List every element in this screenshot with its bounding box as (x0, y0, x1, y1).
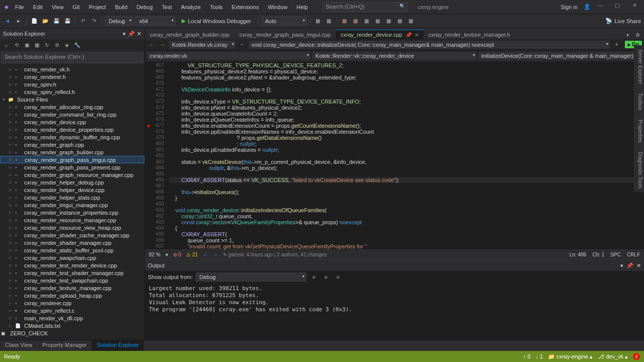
tabs-menu-icon[interactable]: ▾ (623, 30, 632, 39)
tree-item[interactable]: ▷▪cxray_render_test_shader_manager.cpp (0, 269, 144, 277)
wrench-icon[interactable]: 🔧 (72, 41, 82, 50)
menu-analyze[interactable]: Analyze (177, 2, 205, 12)
collapse-icon[interactable]: ▣ (22, 41, 31, 50)
nav-project-combo[interactable]: Kotek.Render.vk.cxray (169, 41, 235, 49)
output-text[interactable]: Largest number used: 398211 bytes. Total… (145, 283, 644, 340)
tree-item[interactable]: ▷▪cxray_spirv_reflect.h (0, 88, 144, 96)
tree-item[interactable]: ▷▪cxray_render_device.cpp (0, 118, 144, 126)
solution-search-input[interactable]: Search Solution Explorer (Ctrl+;) (1, 52, 143, 63)
menu-window[interactable]: Window (264, 2, 291, 12)
menu-edit[interactable]: Edit (29, 2, 47, 12)
bottom-tab[interactable]: Property Manager (37, 340, 92, 351)
rail-tab[interactable]: Properties (634, 116, 644, 147)
menu-git[interactable]: Git (68, 2, 84, 12)
refresh-icon[interactable]: ↻ (42, 41, 51, 50)
tree-item[interactable]: ▷▪cxray_render_device_properties.cpp (0, 126, 144, 133)
tree-item[interactable]: ▷▪cxray_render_imgui_manager.cpp (0, 201, 144, 209)
sync-icon[interactable]: ⟲ (12, 41, 21, 50)
auto-dropdown[interactable]: Auto (262, 17, 307, 26)
menu-test[interactable]: Test (158, 2, 176, 12)
home-icon[interactable]: ⌂ (2, 41, 11, 50)
rail-tab[interactable]: Server Explorer (634, 45, 644, 88)
tree-item[interactable]: ▷▪cxray_spirv.h (0, 80, 144, 88)
menu-view[interactable]: View (48, 2, 68, 12)
tb-icon-1[interactable]: ▦ (313, 17, 323, 26)
tree-item[interactable]: ▷▪cxray_render_graph.cpp (0, 141, 144, 148)
menu-project[interactable]: Project (85, 2, 110, 12)
git-repo[interactable]: 📁 cxray-engine ▴ (548, 353, 593, 360)
tree-item[interactable]: ▷▪cxray_renderer.h (0, 73, 144, 80)
tree-item[interactable]: ▷▪cxray_render_texture_manager.cpp (0, 284, 144, 292)
nav-scope-combo[interactable]: void cxray_render_device::initializeDevi… (249, 41, 610, 49)
git-push-count[interactable]: ↑ 0 (523, 353, 531, 359)
tb-icon-7[interactable]: ▦ (384, 17, 393, 26)
nav-back-icon[interactable]: ← (147, 40, 156, 49)
line-gutter[interactable]: 4674684694704714724734744754764774784794… (145, 61, 169, 249)
liveshare-button[interactable]: 📡 Live Share (605, 18, 641, 24)
signin-link[interactable]: Sign in (560, 4, 578, 10)
editor-tab[interactable]: cxray_render_graph_pass_imgui.cpp (234, 30, 336, 39)
bottom-tab[interactable]: Class View (0, 340, 37, 351)
properties-icon[interactable]: ⚙ (52, 41, 61, 50)
platform-dropdown[interactable]: x64 (135, 17, 176, 26)
tree-item[interactable]: ▷▪cxray_render_upload_heap.cpp (0, 292, 144, 299)
menu-file[interactable]: File (11, 2, 28, 12)
next-issue-icon[interactable]: → (213, 252, 218, 257)
tree-item[interactable]: ▷▪cxray_render_static_buffer_pool.cpp (0, 246, 144, 254)
menu-extensions[interactable]: Extensions (228, 2, 263, 12)
start-debugging-button[interactable]: ▶ Local Windows Debugger (178, 17, 255, 25)
tree-item[interactable]: ▼▣ZERO_CHECK (0, 329, 144, 337)
output-pin-icon[interactable]: 📌 (626, 262, 633, 269)
undo-icon[interactable]: ↶ (78, 17, 88, 26)
tree-item[interactable]: ▷▪cxray_render_graph_builder.cpp (0, 148, 144, 156)
save-all-icon[interactable]: 💾 (63, 17, 72, 26)
tb-icon-3[interactable]: ▦ (340, 17, 349, 26)
output-clear-icon[interactable]: ≡ (309, 273, 318, 282)
output-close-icon[interactable]: ✕ (636, 262, 641, 269)
tb-icon-2[interactable]: ▦ (325, 17, 334, 26)
tree-item[interactable]: ▷▪cxray_render_shader_manager.cpp (0, 239, 144, 246)
tree-item[interactable]: ▷▪cxray_render_test_render_device.cpp (0, 261, 144, 269)
tb-icon-9[interactable]: ▦ (407, 17, 416, 26)
tb-icon-5[interactable]: ▦ (362, 17, 371, 26)
bottom-tab[interactable]: Solution Explorer (92, 340, 144, 351)
menu-tools[interactable]: Tools (206, 2, 227, 12)
config-dropdown[interactable]: Debug (105, 17, 133, 26)
code-editor[interactable]: VK_STRUCTURE_TYPE_PHYSICAL_DEVICE_FEATUR… (169, 61, 644, 249)
tree-item[interactable]: ▷▪cxray_render_vk.h (0, 65, 144, 73)
tb-icon-4[interactable]: ▦ (351, 17, 360, 26)
tree-item[interactable]: ▷▪cxray_render_swapchain.cpp (0, 254, 144, 261)
show-all-icon[interactable]: ▦ (32, 41, 41, 50)
git-blame[interactable]: ✎ gwcew, 4 hours ago | 2 authors, 41 cha… (223, 252, 327, 257)
warning-count-icon[interactable]: ⚠ 21 (186, 252, 198, 257)
nav-minus-icon[interactable]: − (237, 40, 247, 49)
git-branch[interactable]: ⎇ dev_vk ▴ (598, 353, 628, 360)
tree-item[interactable]: ▷▪cxray_render_dynamic_buffer_ring.cpp (0, 133, 144, 141)
minimize-button[interactable]: — (593, 2, 608, 12)
tb-icon-8[interactable]: ▦ (395, 17, 405, 26)
zoom-dropdown-icon[interactable]: ▾ (166, 252, 168, 257)
nav-member-combo[interactable]: initializeDevice(Core::cxray_main_manage… (478, 52, 642, 60)
tree-item[interactable]: ▷▪cxray_render_helper_stats.cpp (0, 194, 144, 201)
menu-debug[interactable]: Debug (132, 2, 156, 12)
nav-namespace-combo[interactable]: cxray.render.vk (147, 52, 310, 60)
line-ending[interactable]: CRLF (627, 252, 640, 257)
tree-item[interactable]: ▷▪cxray_render_helper_debug.cpp (0, 178, 144, 186)
tb-icon-6[interactable]: ▦ (373, 17, 382, 26)
tree-item[interactable]: ▷▪cxray_renderer.cpp (0, 299, 144, 307)
panel-dropdown-icon[interactable]: ▾ (123, 31, 126, 37)
rail-tab[interactable]: Diagnostic Tools (634, 148, 644, 193)
tree-item[interactable]: ▷▪cxray_render_resource_manager.cpp (0, 216, 144, 224)
tree-item[interactable]: ▷▪cxray_render_test_swapchain.cpp (0, 277, 144, 284)
tree-item[interactable]: ▷▪cxray_spirv_reflect.c (0, 307, 144, 314)
zoom-level[interactable]: 82 % (149, 252, 160, 257)
indent-mode[interactable]: SPC (610, 252, 621, 257)
nav-fwd-icon[interactable]: → (158, 40, 167, 49)
tree-item[interactable]: ▷▪cxray_render_instance_properties.cpp (0, 209, 144, 216)
tree-item[interactable]: ▷▪cxray_render_command_list_ring.cpp (0, 111, 144, 118)
tree-item[interactable]: ▷▪cxray_render_resource_view_heap.cpp (0, 224, 144, 231)
output-wrap-icon[interactable]: ≡ (321, 273, 331, 282)
output-toggle-icon[interactable]: ≡ (334, 273, 343, 282)
redo-icon[interactable]: ↷ (90, 17, 99, 26)
panel-close-icon[interactable]: ✕ (137, 31, 141, 37)
